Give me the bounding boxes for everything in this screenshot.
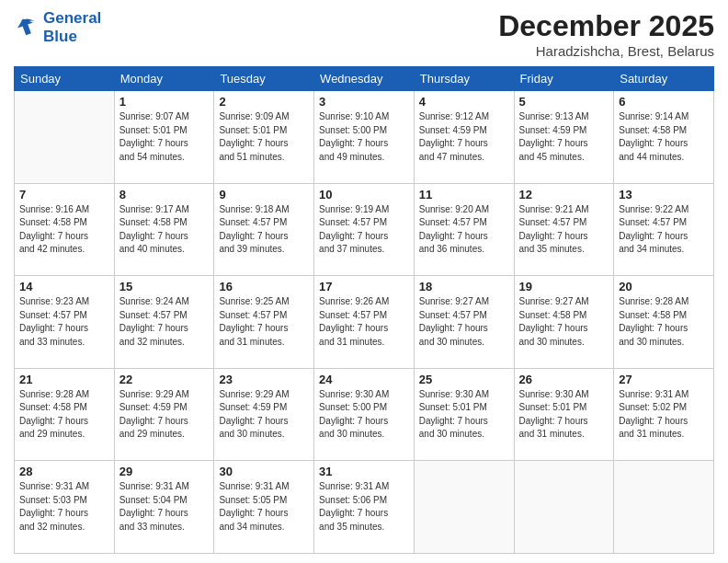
day-number: 17 [319, 280, 409, 293]
day-number: 8 [119, 188, 210, 201]
table-cell [414, 461, 514, 554]
day-info: Sunrise: 9:09 AMSunset: 5:01 PMDaylight:… [219, 110, 309, 164]
day-number: 6 [619, 95, 709, 109]
day-number: 25 [419, 373, 509, 386]
day-number: 19 [519, 280, 609, 293]
location-subtitle: Haradzishcha, Brest, Belarus [498, 43, 714, 59]
header-monday: Monday [114, 67, 214, 91]
day-info: Sunrise: 9:26 AMSunset: 4:57 PMDaylight:… [319, 295, 409, 349]
day-number: 30 [219, 465, 309, 478]
day-info: Sunrise: 9:31 AMSunset: 5:04 PMDaylight:… [119, 480, 210, 534]
table-cell: 23Sunrise: 9:29 AMSunset: 4:59 PMDayligh… [214, 368, 314, 461]
table-cell: 3Sunrise: 9:10 AMSunset: 5:00 PMDaylight… [314, 91, 415, 184]
table-cell: 26Sunrise: 9:30 AMSunset: 5:01 PMDayligh… [514, 368, 614, 461]
day-number: 9 [219, 188, 309, 201]
table-cell [15, 91, 115, 184]
day-number: 28 [19, 465, 109, 478]
table-cell: 5Sunrise: 9:13 AMSunset: 4:59 PMDaylight… [514, 91, 614, 184]
table-cell [514, 461, 614, 554]
table-cell: 21Sunrise: 9:28 AMSunset: 4:58 PMDayligh… [15, 368, 115, 461]
month-title: December 2025 [498, 9, 714, 43]
calendar-header-row: Sunday Monday Tuesday Wednesday Thursday… [15, 67, 714, 91]
day-info: Sunrise: 9:23 AMSunset: 4:57 PMDaylight:… [19, 295, 109, 349]
header-saturday: Saturday [614, 67, 714, 91]
day-number: 11 [419, 188, 509, 201]
day-info: Sunrise: 9:20 AMSunset: 4:57 PMDaylight:… [419, 203, 509, 257]
table-cell: 14Sunrise: 9:23 AMSunset: 4:57 PMDayligh… [15, 276, 115, 369]
day-info: Sunrise: 9:13 AMSunset: 4:59 PMDaylight:… [519, 110, 609, 164]
day-number: 2 [219, 95, 309, 109]
day-number: 12 [519, 188, 609, 201]
day-info: Sunrise: 9:28 AMSunset: 4:58 PMDaylight:… [619, 295, 709, 349]
day-info: Sunrise: 9:22 AMSunset: 4:57 PMDaylight:… [619, 203, 709, 257]
table-cell: 4Sunrise: 9:12 AMSunset: 4:59 PMDaylight… [414, 91, 514, 184]
table-cell: 19Sunrise: 9:27 AMSunset: 4:58 PMDayligh… [514, 276, 614, 369]
day-number: 5 [519, 95, 609, 109]
table-cell [614, 461, 714, 554]
day-number: 18 [419, 280, 509, 293]
day-info: Sunrise: 9:29 AMSunset: 4:59 PMDaylight:… [219, 388, 309, 442]
table-cell: 27Sunrise: 9:31 AMSunset: 5:02 PMDayligh… [614, 368, 714, 461]
day-info: Sunrise: 9:10 AMSunset: 5:00 PMDaylight:… [319, 110, 409, 164]
day-info: Sunrise: 9:07 AMSunset: 5:01 PMDaylight:… [119, 110, 210, 164]
table-cell: 28Sunrise: 9:31 AMSunset: 5:03 PMDayligh… [15, 461, 115, 554]
day-info: Sunrise: 9:31 AMSunset: 5:05 PMDaylight:… [219, 480, 309, 534]
table-cell: 2Sunrise: 9:09 AMSunset: 5:01 PMDaylight… [214, 91, 314, 184]
day-info: Sunrise: 9:31 AMSunset: 5:02 PMDaylight:… [619, 388, 709, 442]
table-cell: 22Sunrise: 9:29 AMSunset: 4:59 PMDayligh… [114, 368, 214, 461]
header-thursday: Thursday [414, 67, 514, 91]
day-info: Sunrise: 9:19 AMSunset: 4:57 PMDaylight:… [319, 203, 409, 257]
table-cell: 31Sunrise: 9:31 AMSunset: 5:06 PMDayligh… [314, 461, 415, 554]
day-number: 7 [19, 188, 109, 201]
table-cell: 30Sunrise: 9:31 AMSunset: 5:05 PMDayligh… [214, 461, 314, 554]
table-cell: 13Sunrise: 9:22 AMSunset: 4:57 PMDayligh… [614, 183, 714, 276]
day-number: 24 [319, 373, 409, 386]
header-wednesday: Wednesday [314, 67, 415, 91]
logo: General Blue [14, 9, 101, 45]
table-cell: 18Sunrise: 9:27 AMSunset: 4:57 PMDayligh… [414, 276, 514, 369]
day-info: Sunrise: 9:16 AMSunset: 4:58 PMDaylight:… [19, 203, 109, 257]
day-number: 14 [19, 280, 109, 293]
day-number: 20 [619, 280, 709, 293]
day-number: 29 [119, 465, 210, 478]
table-cell: 8Sunrise: 9:17 AMSunset: 4:58 PMDaylight… [114, 183, 214, 276]
table-cell: 7Sunrise: 9:16 AMSunset: 4:58 PMDaylight… [15, 183, 115, 276]
table-cell: 20Sunrise: 9:28 AMSunset: 4:58 PMDayligh… [614, 276, 714, 369]
table-cell: 15Sunrise: 9:24 AMSunset: 4:57 PMDayligh… [114, 276, 214, 369]
week-row-5: 28Sunrise: 9:31 AMSunset: 5:03 PMDayligh… [15, 461, 714, 554]
day-info: Sunrise: 9:31 AMSunset: 5:03 PMDaylight:… [19, 480, 109, 534]
day-info: Sunrise: 9:17 AMSunset: 4:58 PMDaylight:… [119, 203, 210, 257]
day-info: Sunrise: 9:18 AMSunset: 4:57 PMDaylight:… [219, 203, 309, 257]
title-section: December 2025 Haradzishcha, Brest, Belar… [498, 9, 714, 59]
week-row-2: 7Sunrise: 9:16 AMSunset: 4:58 PMDaylight… [15, 183, 714, 276]
table-cell: 1Sunrise: 9:07 AMSunset: 5:01 PMDaylight… [114, 91, 214, 184]
header-tuesday: Tuesday [214, 67, 314, 91]
week-row-1: 1Sunrise: 9:07 AMSunset: 5:01 PMDaylight… [15, 91, 714, 184]
logo-icon [14, 15, 40, 40]
day-info: Sunrise: 9:27 AMSunset: 4:57 PMDaylight:… [419, 295, 509, 349]
day-number: 4 [419, 95, 509, 109]
table-cell: 10Sunrise: 9:19 AMSunset: 4:57 PMDayligh… [314, 183, 415, 276]
day-info: Sunrise: 9:12 AMSunset: 4:59 PMDaylight:… [419, 110, 509, 164]
day-number: 16 [219, 280, 309, 293]
day-info: Sunrise: 9:25 AMSunset: 4:57 PMDaylight:… [219, 295, 309, 349]
table-cell: 11Sunrise: 9:20 AMSunset: 4:57 PMDayligh… [414, 183, 514, 276]
day-number: 1 [119, 95, 210, 109]
day-info: Sunrise: 9:31 AMSunset: 5:06 PMDaylight:… [319, 480, 409, 534]
calendar-table: Sunday Monday Tuesday Wednesday Thursday… [14, 66, 714, 554]
table-cell: 9Sunrise: 9:18 AMSunset: 4:57 PMDaylight… [214, 183, 314, 276]
day-number: 31 [319, 465, 409, 478]
day-info: Sunrise: 9:30 AMSunset: 5:00 PMDaylight:… [319, 388, 409, 442]
day-info: Sunrise: 9:27 AMSunset: 4:58 PMDaylight:… [519, 295, 609, 349]
day-number: 10 [319, 188, 409, 201]
table-cell: 29Sunrise: 9:31 AMSunset: 5:04 PMDayligh… [114, 461, 214, 554]
week-row-3: 14Sunrise: 9:23 AMSunset: 4:57 PMDayligh… [15, 276, 714, 369]
day-info: Sunrise: 9:30 AMSunset: 5:01 PMDaylight:… [519, 388, 609, 442]
day-info: Sunrise: 9:30 AMSunset: 5:01 PMDaylight:… [419, 388, 509, 442]
day-number: 22 [119, 373, 210, 386]
day-number: 13 [619, 188, 709, 201]
day-info: Sunrise: 9:24 AMSunset: 4:57 PMDaylight:… [119, 295, 210, 349]
day-number: 23 [219, 373, 309, 386]
day-info: Sunrise: 9:21 AMSunset: 4:57 PMDaylight:… [519, 203, 609, 257]
table-cell: 16Sunrise: 9:25 AMSunset: 4:57 PMDayligh… [214, 276, 314, 369]
